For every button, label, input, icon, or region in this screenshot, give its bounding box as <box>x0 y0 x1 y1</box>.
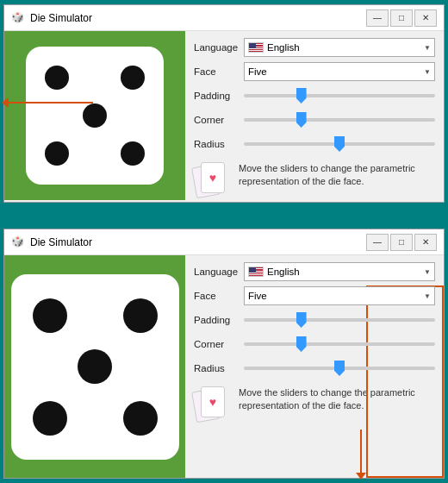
cards-icon-top: ♥ <box>194 162 232 200</box>
corner-slider-bottom[interactable] <box>244 342 435 346</box>
language-label-bottom: Language <box>194 267 244 277</box>
language-label-top: Language <box>194 42 244 53</box>
card-heart-bottom: ♥ <box>209 395 216 409</box>
padding-track-bottom <box>244 318 435 322</box>
language-value-bottom: English <box>267 267 424 277</box>
radius-track-top <box>244 142 435 146</box>
padding-slider-top[interactable] <box>244 94 435 97</box>
corner-label-top: Corner <box>194 115 244 125</box>
padding-thumb-bottom[interactable] <box>296 312 307 328</box>
dot-2-top <box>121 66 145 90</box>
card-heart-top: ♥ <box>209 171 216 185</box>
radius-row-top: Radius <box>194 135 435 154</box>
dot-5-bottom <box>123 401 158 436</box>
left-arrow <box>7 102 93 104</box>
padding-label-bottom: Padding <box>194 315 244 325</box>
minimize-button-bottom[interactable]: — <box>366 234 389 251</box>
language-dropdown-bottom[interactable]: English ▼ <box>244 262 435 281</box>
language-row-bottom: Language English ▼ <box>194 262 435 281</box>
close-button-top[interactable]: ✕ <box>414 9 437 27</box>
die-face-top <box>26 47 164 185</box>
language-dropdown-top[interactable]: English ▼ <box>244 38 435 57</box>
radius-label-top: Radius <box>194 139 244 149</box>
info-text-bottom: Move the sliders to change the parametri… <box>239 386 435 413</box>
padding-row-bottom: Padding <box>194 310 435 329</box>
dot-1-bottom <box>33 298 67 333</box>
maximize-button-top[interactable]: □ <box>390 9 413 27</box>
maximize-button-bottom[interactable]: □ <box>390 234 413 251</box>
radius-label-bottom: Radius <box>194 363 244 373</box>
face-row-top: Face Five ▼ <box>194 62 435 81</box>
corner-row-bottom: Corner <box>194 335 435 354</box>
app-icon-top: 🎲 <box>11 11 25 25</box>
radius-slider-top[interactable] <box>244 142 435 146</box>
minimize-button-top[interactable]: — <box>366 9 389 27</box>
padding-label-top: Padding <box>194 91 244 101</box>
face-value-bottom: Five <box>248 291 424 301</box>
controls-panel-bottom: Language English ▼ Face Five ▼ <box>185 255 444 478</box>
close-button-bottom[interactable]: ✕ <box>414 234 437 251</box>
face-label-bottom: Face <box>194 291 244 301</box>
flag-icon-top <box>248 42 264 53</box>
window-content-top: Language English ▼ Face Five ▼ <box>4 31 444 202</box>
padding-thumb-top[interactable] <box>296 88 307 104</box>
flag-icon-bottom <box>248 267 264 277</box>
top-window: 🎲 Die Simulator — □ ✕ Language <box>3 4 445 203</box>
dot-4-top <box>45 141 69 166</box>
window-controls-top: — □ ✕ <box>366 9 437 27</box>
title-bar-bottom: 🎲 Die Simulator — □ ✕ <box>4 229 444 255</box>
radius-track-bottom <box>244 367 435 370</box>
window-title-top: Die Simulator <box>30 12 366 24</box>
face-value-top: Five <box>248 66 424 77</box>
die-area-bottom <box>4 255 185 478</box>
language-value-top: English <box>267 42 424 53</box>
padding-row-top: Padding <box>194 86 435 105</box>
dot-2-bottom <box>123 298 158 333</box>
corner-track-bottom <box>244 342 435 346</box>
radius-thumb-bottom[interactable] <box>334 361 345 376</box>
corner-label-bottom: Corner <box>194 339 244 349</box>
language-row-top: Language English ▼ <box>194 38 435 57</box>
cards-icon-bottom: ♥ <box>194 386 232 424</box>
dropdown-arrow-bottom: ▼ <box>424 268 431 276</box>
face-row-bottom: Face Five ▼ <box>194 286 435 305</box>
radius-row-bottom: Radius <box>194 359 435 378</box>
face-dropdown-arrow-top: ▼ <box>424 68 431 76</box>
radius-thumb-top[interactable] <box>334 136 345 152</box>
die-area-top <box>4 31 185 200</box>
app-icon-bottom: 🎲 <box>11 235 25 249</box>
dropdown-arrow-top: ▼ <box>424 44 431 52</box>
corner-slider-top[interactable] <box>244 118 435 122</box>
window-controls-bottom: — □ ✕ <box>366 234 437 251</box>
info-box-bottom: ♥ Move the sliders to change the paramet… <box>194 386 435 424</box>
dot-1-top <box>45 66 69 90</box>
info-box-top: ♥ Move the sliders to change the paramet… <box>194 162 435 200</box>
window-title-bottom: Die Simulator <box>30 236 366 248</box>
face-dropdown-top[interactable]: Five ▼ <box>244 62 435 81</box>
corner-track-top <box>244 118 435 122</box>
title-bar-top: 🎲 Die Simulator — □ ✕ <box>4 5 444 31</box>
bottom-arrow <box>360 430 362 473</box>
dot-5-top <box>121 141 145 166</box>
bottom-window: 🎲 Die Simulator — □ ✕ Language <box>3 229 445 479</box>
dot-4-bottom <box>33 401 67 436</box>
die-face-bottom <box>11 274 179 460</box>
controls-panel-top: Language English ▼ Face Five ▼ <box>185 31 444 202</box>
corner-row-top: Corner <box>194 110 435 129</box>
card-front-top: ♥ <box>201 162 225 193</box>
window-content-bottom: Language English ▼ Face Five ▼ <box>4 255 444 478</box>
card-front-bottom: ♥ <box>201 386 225 417</box>
dot-3-bottom <box>78 349 112 384</box>
corner-thumb-top[interactable] <box>296 112 307 128</box>
face-label-top: Face <box>194 66 244 77</box>
dot-3-top <box>83 104 107 128</box>
face-dropdown-arrow-bottom: ▼ <box>424 292 431 300</box>
info-text-top: Move the sliders to change the parametri… <box>239 162 435 189</box>
padding-track-top <box>244 94 435 97</box>
radius-slider-bottom[interactable] <box>244 367 435 370</box>
corner-thumb-bottom[interactable] <box>296 336 307 352</box>
face-dropdown-bottom[interactable]: Five ▼ <box>244 286 435 305</box>
padding-slider-bottom[interactable] <box>244 318 435 322</box>
